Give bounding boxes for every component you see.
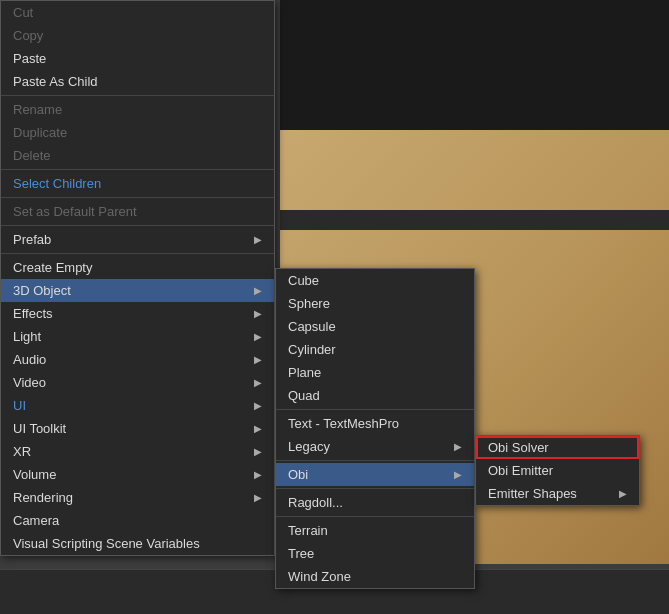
menu-item-duplicate[interactable]: Duplicate	[1, 121, 274, 144]
menu-item-paste[interactable]: Paste	[1, 47, 274, 70]
menu-item-volume[interactable]: Volume ▶	[1, 463, 274, 486]
secondary-separator-2	[276, 460, 474, 461]
menu-item-cylinder[interactable]: Cylinder	[276, 338, 474, 361]
menu-item-visual-scripting[interactable]: Visual Scripting Scene Variables	[1, 532, 274, 555]
legacy-arrow: ▶	[454, 441, 462, 452]
menu-item-obi-emitter[interactable]: Obi Emitter	[476, 459, 639, 482]
separator-2	[1, 169, 274, 170]
menu-item-quad[interactable]: Quad	[276, 384, 474, 407]
secondary-separator-4	[276, 516, 474, 517]
rendering-arrow: ▶	[254, 492, 262, 503]
menu-item-obi[interactable]: Obi ▶	[276, 463, 474, 486]
menu-item-paste-as-child[interactable]: Paste As Child	[1, 70, 274, 93]
scene-bar	[280, 210, 669, 230]
menu-item-delete[interactable]: Delete	[1, 144, 274, 167]
ui-arrow: ▶	[254, 400, 262, 411]
menu-item-select-children[interactable]: Select Children	[1, 172, 274, 195]
separator-1	[1, 95, 274, 96]
menu-item-create-empty[interactable]: Create Empty	[1, 256, 274, 279]
effects-arrow: ▶	[254, 308, 262, 319]
menu-item-video[interactable]: Video ▶	[1, 371, 274, 394]
primary-context-menu: Cut Copy Paste Paste As Child Rename Dup…	[0, 0, 275, 556]
menu-item-legacy[interactable]: Legacy ▶	[276, 435, 474, 458]
menu-item-ui-toolkit[interactable]: UI Toolkit ▶	[1, 417, 274, 440]
obi-arrow: ▶	[454, 469, 462, 480]
separator-5	[1, 253, 274, 254]
menu-item-cube[interactable]: Cube	[276, 269, 474, 292]
menu-item-camera[interactable]: Camera	[1, 509, 274, 532]
audio-arrow: ▶	[254, 354, 262, 365]
3d-object-arrow: ▶	[254, 285, 262, 296]
menu-item-light[interactable]: Light ▶	[1, 325, 274, 348]
prefab-arrow: ▶	[254, 234, 262, 245]
menu-item-effects[interactable]: Effects ▶	[1, 302, 274, 325]
menu-item-set-default-parent[interactable]: Set as Default Parent	[1, 200, 274, 223]
ui-toolkit-arrow: ▶	[254, 423, 262, 434]
menu-item-wind-zone[interactable]: Wind Zone	[276, 565, 474, 588]
menu-item-rename[interactable]: Rename	[1, 98, 274, 121]
menu-item-tree[interactable]: Tree	[276, 542, 474, 565]
emitter-shapes-arrow: ▶	[619, 488, 627, 499]
secondary-separator-1	[276, 409, 474, 410]
menu-item-capsule[interactable]: Capsule	[276, 315, 474, 338]
xr-arrow: ▶	[254, 446, 262, 457]
separator-3	[1, 197, 274, 198]
menu-item-3d-object[interactable]: 3D Object ▶	[1, 279, 274, 302]
video-arrow: ▶	[254, 377, 262, 388]
menu-item-obi-solver[interactable]: Obi Solver	[476, 436, 639, 459]
scene-top	[280, 0, 669, 130]
menu-item-ui[interactable]: UI ▶	[1, 394, 274, 417]
menu-item-audio[interactable]: Audio ▶	[1, 348, 274, 371]
menu-item-terrain[interactable]: Terrain	[276, 519, 474, 542]
menu-item-ragdoll[interactable]: Ragdoll...	[276, 491, 474, 514]
separator-4	[1, 225, 274, 226]
menu-item-copy[interactable]: Copy	[1, 24, 274, 47]
menu-item-prefab[interactable]: Prefab ▶	[1, 228, 274, 251]
volume-arrow: ▶	[254, 469, 262, 480]
menu-item-sphere[interactable]: Sphere	[276, 292, 474, 315]
menu-item-emitter-shapes[interactable]: Emitter Shapes ▶	[476, 482, 639, 505]
secondary-separator-3	[276, 488, 474, 489]
light-arrow: ▶	[254, 331, 262, 342]
menu-item-text-textmeshpro[interactable]: Text - TextMeshPro	[276, 412, 474, 435]
menu-item-cut[interactable]: Cut	[1, 1, 274, 24]
tertiary-context-menu: Obi Solver Obi Emitter Emitter Shapes ▶	[475, 435, 640, 506]
secondary-context-menu: Cube Sphere Capsule Cylinder Plane Quad …	[275, 268, 475, 589]
menu-item-plane[interactable]: Plane	[276, 361, 474, 384]
menu-item-rendering[interactable]: Rendering ▶	[1, 486, 274, 509]
menu-item-xr[interactable]: XR ▶	[1, 440, 274, 463]
